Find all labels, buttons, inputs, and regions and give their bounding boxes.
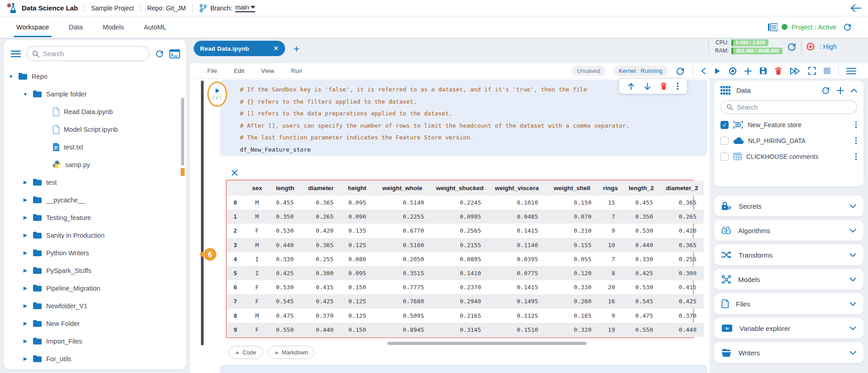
repo-label[interactable]: Repo: Git_JM: [147, 5, 186, 12]
tree-item-repo[interactable]: ▼Repo: [4, 67, 186, 85]
collapse-icon[interactable]: [851, 88, 857, 92]
column-header-length[interactable]: length: [269, 181, 301, 196]
delete-icon[interactable]: [775, 67, 782, 75]
tree-item-pipeline-migration[interactable]: ▶Pipeline_Migration: [4, 279, 186, 297]
data-search-input[interactable]: [737, 104, 851, 111]
report-icon[interactable]: [768, 23, 777, 31]
menu-icon[interactable]: [846, 67, 856, 75]
menu-view[interactable]: View: [261, 67, 274, 74]
dataframe-table[interactable]: sexlengthdiameterheightweight_wholeweigh…: [227, 181, 704, 337]
more-options-icon[interactable]: [855, 137, 857, 144]
chevron-right-icon[interactable]: ▶: [23, 338, 28, 344]
checkbox[interactable]: [720, 153, 729, 161]
refresh-icon[interactable]: [821, 86, 830, 95]
chevron-left-icon[interactable]: [701, 67, 706, 75]
menu-file[interactable]: File: [207, 67, 217, 74]
chevron-down-icon[interactable]: ▼: [8, 74, 14, 79]
next-cell-partial[interactable]: [220, 365, 707, 373]
delete-cell-icon[interactable]: [660, 82, 667, 90]
nav-tab-automl[interactable]: AutoML: [144, 16, 167, 38]
file-search[interactable]: [26, 46, 150, 61]
add-icon[interactable]: [837, 87, 844, 94]
more-options-icon[interactable]: [855, 121, 857, 129]
column-header-length-2[interactable]: length_2: [622, 181, 660, 196]
run-icon[interactable]: [714, 67, 721, 75]
column-header-weight-shucked[interactable]: weight_shucked: [431, 181, 488, 196]
column-header-weight-whole[interactable]: weight_whole: [373, 181, 431, 196]
refresh-icon[interactable]: [843, 23, 852, 31]
chevron-down-icon[interactable]: [849, 326, 856, 330]
menu-edit[interactable]: Edit: [234, 67, 244, 74]
tree-item-pyspark-stuffs[interactable]: ▶PySpark_Stuffs: [4, 262, 186, 279]
tree-item-test-txt[interactable]: test.txt: [4, 138, 186, 156]
tree-item-model-script-ipynb[interactable]: Model Script.ipynb: [4, 120, 186, 138]
data-search[interactable]: [720, 100, 857, 114]
chevron-right-icon[interactable]: ▶: [23, 250, 28, 256]
chevron-right-icon[interactable]: ▶: [23, 179, 28, 185]
column-header-rings[interactable]: rings: [599, 181, 622, 196]
data-source-clickhouse-comments[interactable]: CLICKHOUSE comments: [720, 148, 857, 164]
data-source-new-feature-store[interactable]: ✓New_Feature store: [720, 117, 857, 133]
table-horizontal-scrollbar[interactable]: [387, 342, 587, 345]
table-row[interactable]: 3M0.4400.3650.1250.51600.21550.11400.155…: [227, 238, 704, 252]
nav-tab-data[interactable]: Data: [69, 16, 83, 38]
chevron-down-icon[interactable]: ▼: [23, 91, 28, 97]
nav-tab-workspace[interactable]: Workspace: [16, 16, 49, 38]
project-name[interactable]: Sample Project: [91, 5, 134, 12]
table-row[interactable]: 8M0.4750.3700.1250.50950.21650.11250.165…: [227, 309, 704, 323]
hamburger-icon[interactable]: [11, 50, 21, 57]
column-header-sex[interactable]: sex: [245, 181, 269, 196]
tree-item-samp-py[interactable]: samp.py: [4, 156, 186, 173]
notebook-tab[interactable]: Read Data.ipynb ✕: [194, 41, 285, 56]
tree-item-sample-folder[interactable]: ▼Sample folder: [4, 85, 186, 103]
menu-run[interactable]: Run: [291, 67, 302, 74]
column-header-weight-viscera[interactable]: weight_viscera: [488, 181, 545, 196]
move-down-icon[interactable]: [644, 83, 651, 90]
run-all-icon[interactable]: [790, 67, 801, 75]
column-header-weight-shell[interactable]: weight_shell: [545, 181, 599, 196]
back-arrow-icon[interactable]: [850, 4, 862, 13]
section-card-secrets[interactable]: Secrets: [714, 196, 863, 216]
chevron-down-icon[interactable]: [849, 351, 856, 355]
add-cell-icon[interactable]: [744, 67, 752, 75]
chevron-down-icon[interactable]: [849, 229, 856, 233]
column-header-height[interactable]: height: [341, 181, 373, 196]
chevron-right-icon[interactable]: ▶: [23, 303, 28, 309]
table-row[interactable]: 6F0.5300.4150.1500.77750.23700.14150.330…: [227, 280, 704, 294]
checkbox[interactable]: [720, 137, 729, 145]
add-markdown-button[interactable]: + Markdown: [268, 346, 315, 359]
section-card-variable-explorer[interactable]: ∞Variable explorer: [714, 318, 863, 339]
table-row[interactable]: 2F0.5300.4200.1350.67700.25650.14150.210…: [227, 224, 704, 238]
tree-item-python-writers[interactable]: ▶Python Writers: [4, 244, 186, 262]
refresh-icon[interactable]: [155, 49, 164, 58]
tree-item-testing-feature[interactable]: ▶Testing_feature: [4, 209, 186, 226]
section-card-models[interactable]: Models: [714, 269, 863, 290]
tree-item-for-utils[interactable]: ▶For_utils: [4, 350, 186, 368]
fullscreen-icon[interactable]: [808, 67, 816, 75]
table-row[interactable]: 1M0.3500.2650.0900.22550.09950.04850.070…: [227, 210, 704, 224]
save-icon[interactable]: [759, 67, 767, 75]
chevron-down-icon[interactable]: [849, 253, 856, 257]
tree-item-test[interactable]: ▶test: [4, 173, 186, 191]
more-options-icon[interactable]: [677, 82, 679, 90]
section-card-transforms[interactable]: Transforms: [714, 244, 863, 265]
move-up-icon[interactable]: [628, 83, 634, 90]
chevron-right-icon[interactable]: ▶: [23, 215, 28, 220]
stop-icon[interactable]: [824, 67, 830, 74]
table-row[interactable]: 4I0.3300.2550.0800.20500.08950.03950.055…: [227, 252, 704, 266]
chevron-right-icon[interactable]: ▶: [23, 268, 28, 273]
record-icon[interactable]: [729, 67, 737, 75]
more-options-icon[interactable]: [855, 153, 857, 160]
table-row[interactable]: 9F0.5500.4400.1500.89450.31450.15100.320…: [227, 323, 704, 337]
tree-item-new-folder[interactable]: ▶New Folder: [4, 315, 186, 332]
new-tab-icon[interactable]: +: [293, 43, 300, 55]
close-tab-icon[interactable]: ✕: [273, 44, 279, 53]
chevron-down-icon[interactable]: [849, 302, 856, 306]
chevron-right-icon[interactable]: ▶: [23, 197, 28, 203]
chevron-down-icon[interactable]: [849, 204, 856, 208]
column-header-blank[interactable]: [227, 181, 245, 196]
branch-selector[interactable]: Branch: main: [199, 4, 256, 13]
tree-item-newfolder-v1[interactable]: ▶Newfolder_V1: [4, 297, 186, 315]
tree-item-import-files[interactable]: ▶Import_Files: [4, 332, 186, 350]
tree-item-pycache[interactable]: ▶__pycache__: [4, 191, 186, 209]
